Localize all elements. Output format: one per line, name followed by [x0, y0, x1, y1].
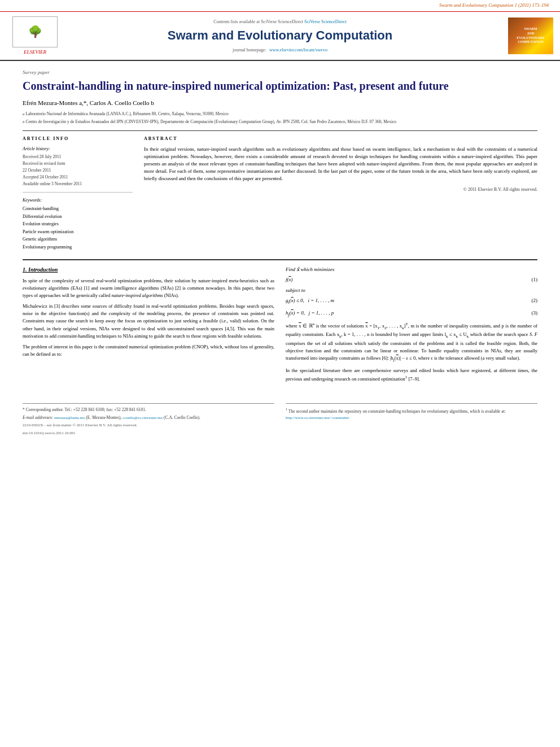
journal-citation: Swarm and Evolutionary Computation 1 (20…: [439, 2, 549, 8]
article-info-col: ARTICLE INFO Article history: Received 2…: [23, 136, 133, 251]
footnote-email: E-mail addresses: emezura@lania.mx (E. M…: [23, 414, 274, 421]
footnote-star: * Corresponding author. Tel.: +52 228 84…: [23, 407, 274, 413]
equation-3: hj(x) = 0, j = 1, . . . , p (3): [286, 309, 537, 318]
abstract-col: ABSTRACT In their original versions, nat…: [144, 136, 537, 251]
math-description: where x ∈ ℝn is the vector of solutions …: [286, 321, 537, 364]
keyword-2: Differential evolution: [23, 213, 133, 221]
body-left-col: 1. Introduction In spite of the complexi…: [23, 266, 274, 387]
swarm-logo-text: SWARMANDEVOLUTIONARYCOMPUTATION: [517, 27, 544, 45]
keyword-5: Genetic algorithms: [23, 235, 133, 243]
footnotes-right: 1 The second author maintains the reposi…: [286, 403, 537, 436]
body-content: 1. Introduction In spite of the complexi…: [23, 259, 537, 387]
intro-para3: The problem of interest in this paper is…: [23, 343, 274, 358]
article-history-block: Article history: Received 28 July 2011 R…: [23, 146, 133, 193]
tree-icon: 🌳: [28, 24, 42, 40]
equation-3-block: hj(x) = 0, j = 1, . . . , p (3): [286, 309, 537, 318]
keywords-block: Keywords: Constraint-handling Differenti…: [23, 197, 133, 251]
article-dates: Received 28 July 2011 Received in revise…: [23, 154, 133, 187]
eq2-number: (2): [532, 297, 538, 304]
homepage-link[interactable]: www.elsevier.com/locate/swevo: [269, 47, 327, 53]
keyword-6: Evolutionary programming: [23, 243, 133, 251]
keyword-3: Evolution strategies: [23, 220, 133, 228]
footnotes-area: * Corresponding author. Tel.: +52 228 84…: [23, 403, 537, 436]
journal-title: Swarm and Evolutionary Computation: [63, 27, 497, 45]
hj-expr: hj(x) = 0, j = 1, . . . , p: [286, 309, 334, 318]
email-link-1[interactable]: emezura@lania.mx: [54, 416, 85, 420]
sciverse-link[interactable]: SciVerse ScienceDirect: [304, 19, 347, 24]
eq3-number: (3): [532, 309, 538, 317]
find-x-label: Find x̄ which minimizes: [286, 266, 537, 273]
keyword-1: Constraint-handling: [23, 205, 133, 213]
repository-link[interactable]: http://www.cs.cinvestav.mx/~constraint/.: [286, 416, 350, 420]
sciverse-text: Contents lists available at SciVerse Sci…: [213, 19, 303, 24]
elsevier-label: ELSEVIER: [24, 49, 46, 56]
copyright-line: © 2011 Elsevier B.V. All rights reserved…: [144, 186, 537, 193]
date-online: Available online 3 November 2011: [23, 181, 133, 187]
equation-2: gi(x) ≤ 0, i = 1, . . . , m (2): [286, 297, 537, 305]
footnotes-left: * Corresponding author. Tel.: +52 228 84…: [23, 403, 274, 436]
page: Swarm and Evolutionary Computation 1 (20…: [0, 0, 560, 747]
equation-1-block: f(x) (1): [286, 276, 537, 283]
main-content: Survey paper Constraint-handling in natu…: [0, 61, 560, 444]
date-received: Received 28 July 2011: [23, 154, 133, 160]
journal-center-info: Contents lists available at SciVerse Sci…: [63, 19, 497, 53]
date-revised-label: Received in revised form: [23, 160, 133, 167]
intro-para2: Michalewicz in [3] describes some source…: [23, 303, 274, 340]
email-link-2[interactable]: ccoello@cs.cinvestav.mx: [123, 416, 163, 420]
equation-2-block: gi(x) ≤ 0, i = 1, . . . , m (2): [286, 297, 537, 305]
equation-1: f(x) (1): [286, 276, 537, 283]
specialized-lit-para: In the specialized literature there are …: [286, 367, 537, 383]
intro-para1: In spite of the complexity of several re…: [23, 277, 274, 300]
journal-header: 🌳 ELSEVIER Contents lists available at S…: [0, 12, 560, 62]
license-line: 2210-6502/$ – see front matter © 2011 El…: [23, 423, 274, 429]
abstract-header: ABSTRACT: [144, 136, 537, 142]
abstract-text: In their original versions, nature-inspi…: [144, 146, 537, 183]
elsevier-logo-area: 🌳 ELSEVIER: [7, 16, 63, 56]
swarm-logo-area: SWARMANDEVOLUTIONARYCOMPUTATION: [497, 18, 553, 54]
affiliations: a Laboratorio Nacional de Informática Av…: [23, 111, 537, 125]
intro-section-title: 1. Introduction: [23, 266, 274, 274]
affiliation-2: b Centro de Investigación y de Estudios …: [23, 119, 537, 125]
paper-title: Constraint-handling in nature-inspired n…: [23, 78, 537, 93]
footnote-1: 1 The second author maintains the reposi…: [286, 407, 537, 421]
gi-expr: gi(x) ≤ 0, i = 1, . . . , m: [286, 297, 334, 305]
subject-to-label: subject to: [286, 287, 537, 294]
doi-line: doi:10.1016/j.swevo.2011.10.001: [23, 431, 274, 436]
keywords-label: Keywords:: [23, 197, 133, 203]
history-label: Article history:: [23, 146, 133, 152]
sciverse-line: Contents lists available at SciVerse Sci…: [63, 19, 497, 25]
author-name: Efrén Mezura-Montes a,*, Carlos A. Coell…: [23, 99, 154, 106]
survey-label: Survey paper: [23, 69, 537, 76]
body-right-col: Find x̄ which minimizes f(x) (1) subject…: [286, 266, 537, 387]
homepage-line: journal homepage: www.elsevier.com/locat…: [63, 47, 497, 53]
swarm-logo-box: SWARMANDEVOLUTIONARYCOMPUTATION: [508, 18, 553, 54]
f-expr: f(x): [286, 276, 293, 283]
authors-line: Efrén Mezura-Montes a,*, Carlos A. Coell…: [23, 99, 537, 107]
homepage-label: journal homepage:: [233, 47, 266, 53]
article-info-abstract: ARTICLE INFO Article history: Received 2…: [23, 130, 537, 251]
eq1-number: (1): [532, 276, 538, 283]
top-bar: Swarm and Evolutionary Computation 1 (20…: [0, 0, 560, 12]
affiliation-1: a Laboratorio Nacional de Informática Av…: [23, 111, 537, 117]
elsevier-emblem-box: 🌳: [12, 16, 58, 47]
date-revised: 22 October 2011: [23, 167, 133, 174]
article-info-header: ARTICLE INFO: [23, 136, 133, 142]
date-accepted: Accepted 24 October 2011: [23, 174, 133, 181]
keyword-4: Particle swarm optimization: [23, 228, 133, 236]
